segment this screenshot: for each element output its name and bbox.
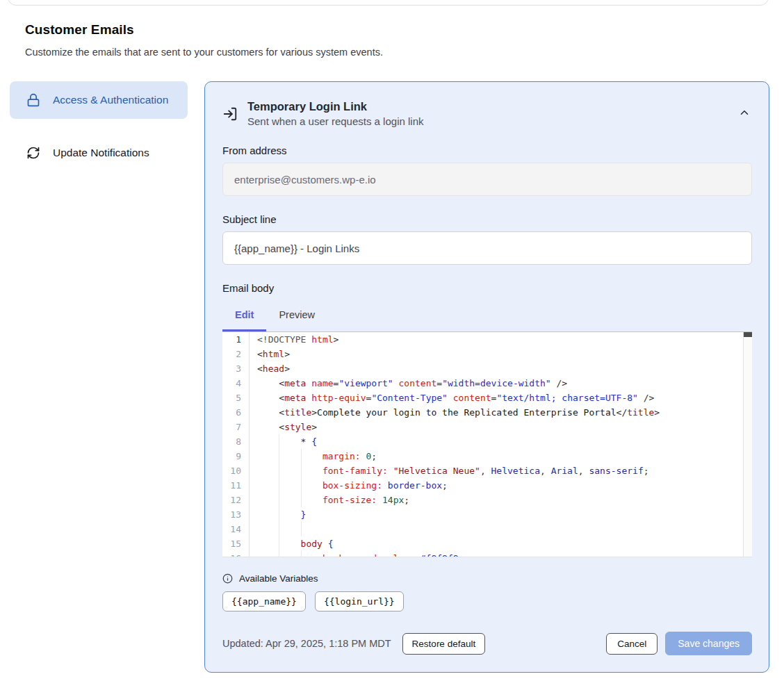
line-number: 7 [222,420,241,434]
code-line: box-sizing: border-box; [257,478,752,493]
line-number: 5 [222,391,241,405]
restore-default-button[interactable]: Restore default [402,633,486,655]
variable-chip-app-name[interactable]: {{app_name}} [222,591,306,612]
line-number: 16 [222,551,241,557]
line-number: 8 [222,434,241,449]
temporary-login-link-card: Temporary Login Link Sent when a user re… [204,81,769,673]
save-changes-button[interactable]: Save changes [665,632,752,655]
from-address-label: From address [222,145,752,156]
subject-line-label: Subject line [222,213,752,225]
line-number: 1 [222,332,241,347]
card-title: Temporary Login Link [247,100,423,113]
line-number: 4 [222,376,241,391]
available-variables-label: Available Variables [239,573,318,584]
line-number: 15 [222,536,241,551]
code-line: margin: 0; [257,449,752,463]
collapse-button[interactable] [737,105,752,122]
card-footer: Updated: Apr 29, 2025, 1:18 PM MDT Resto… [222,632,752,655]
code-editor[interactable]: 12345678910111213141516 <!DOCTYPE html><… [222,331,752,557]
email-body-tabs: EditPreview [222,302,752,331]
card-header: Temporary Login Link Sent when a user re… [222,100,752,127]
code-line: * { [257,434,752,449]
line-number: 2 [222,347,241,361]
tab-preview[interactable]: Preview [266,302,327,331]
lock-icon [26,93,40,107]
editor-gutter: 12345678910111213141516 [222,332,250,557]
page-title: Customer Emails [25,22,769,38]
code-line: <meta http-equiv="Content-Type" content=… [257,391,752,405]
info-icon[interactable] [222,573,233,584]
email-body-label: Email body [222,282,752,294]
cancel-button[interactable]: Cancel [606,633,658,655]
editor-scrollbar-thumb[interactable] [744,332,752,337]
page-subtitle: Customize the emails that are sent to yo… [25,47,769,58]
variable-chip-login-url[interactable]: {{login_url}} [315,591,404,612]
sidebar: Access & AuthenticationUpdate Notificati… [10,81,188,172]
line-number: 13 [222,507,241,522]
code-line: body { [257,536,752,551]
code-line: font-family: "Helvetica Neue", Helvetica… [257,463,752,478]
line-number: 14 [222,522,241,536]
code-line [257,522,752,536]
code-line: <html> [257,347,752,361]
sidebar-item-label: Update Notifications [53,145,149,161]
sidebar-item-update-notifications[interactable]: Update Notifications [10,134,188,172]
code-line: background-color: #f8f8f8; [257,551,752,557]
previous-card-bottom-edge [8,0,769,6]
code-line: <style> [257,420,752,434]
from-address-input[interactable] [222,163,752,196]
line-number: 10 [222,463,241,478]
tab-edit[interactable]: Edit [222,302,266,331]
sidebar-item-label: Access & Authentication [53,92,168,108]
code-line: font-size: 14px; [257,493,752,507]
code-line: <!DOCTYPE html> [257,332,752,347]
line-number: 11 [222,478,241,493]
customer-emails-page: Customer Emails Customize the emails tha… [0,22,784,673]
code-line: } [257,507,752,522]
log-in-icon [222,106,238,122]
line-number: 6 [222,405,241,420]
variable-chips: {{app_name}}{{login_url}} [222,591,752,612]
card-subtitle: Sent when a user requests a login link [247,115,423,127]
refresh-icon [26,146,40,160]
chevron-up-icon [738,106,751,121]
editor-code[interactable]: <!DOCTYPE html><html><head><meta name="v… [250,332,752,557]
updated-timestamp: Updated: Apr 29, 2025, 1:18 PM MDT [222,638,391,649]
editor-scrollbar[interactable] [743,332,752,557]
line-number: 12 [222,493,241,507]
code-line: <title>Complete your login to the Replic… [257,405,752,420]
code-line: <meta name="viewport" content="width=dev… [257,376,752,391]
sidebar-item-access-authentication[interactable]: Access & Authentication [10,81,188,119]
subject-line-input[interactable] [222,231,752,265]
line-number: 3 [222,361,241,376]
line-number: 9 [222,449,241,463]
code-line: <head> [257,361,752,376]
